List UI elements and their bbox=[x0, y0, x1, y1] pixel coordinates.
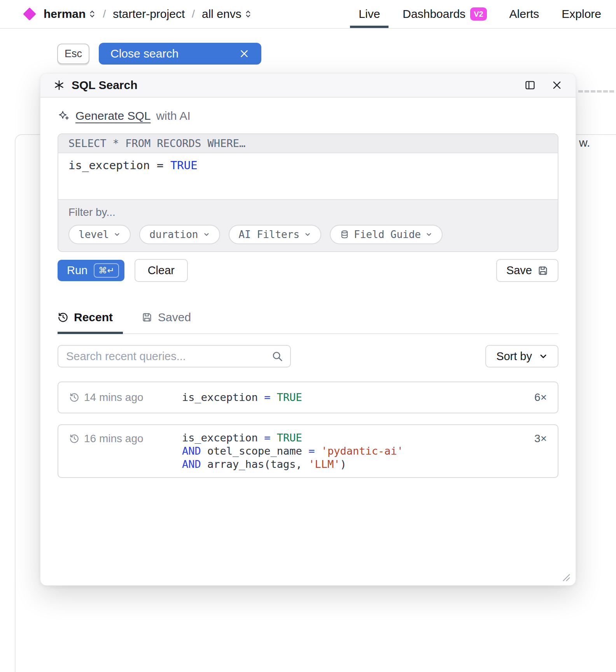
tab-recent[interactable]: Recent bbox=[58, 311, 128, 333]
chip-label: level bbox=[79, 229, 109, 240]
nav-tab-live[interactable]: Live bbox=[359, 0, 380, 28]
query-run-count: 6× bbox=[534, 390, 547, 404]
breadcrumb: herman / starter-project / all envs bbox=[25, 7, 252, 21]
filter-by-label: Filter by... bbox=[68, 206, 548, 219]
generate-sql-suffix: with AI bbox=[156, 109, 190, 122]
sql-search-modal: SQL Search Generate SQL with AI SELECT *… bbox=[40, 73, 576, 586]
nav-tab-label: Alerts bbox=[509, 7, 539, 21]
sql-token: = bbox=[308, 445, 321, 457]
generate-sql-link[interactable]: Generate SQL bbox=[75, 109, 150, 122]
tab-label: Recent bbox=[74, 311, 113, 324]
sql-token: 'LLM' bbox=[308, 458, 340, 470]
sql-token: = bbox=[264, 391, 277, 403]
sql-token: AND bbox=[182, 458, 207, 470]
floppy-saved-icon bbox=[142, 312, 152, 323]
side-panel-icon[interactable] bbox=[524, 80, 536, 91]
run-label: Run bbox=[67, 264, 88, 277]
sql-token: is_exception bbox=[182, 432, 264, 444]
query-code: is_exception = TRUE bbox=[182, 390, 302, 405]
esc-key-hint: Esc bbox=[57, 44, 89, 64]
editor-actions: Run ⌘↵ Clear Save bbox=[58, 259, 558, 282]
nav-tab-label: Dashboards bbox=[402, 7, 466, 21]
filter-chip-ai-filters[interactable]: AI Filters bbox=[229, 225, 322, 244]
chevron-down-icon bbox=[539, 352, 548, 360]
close-icon[interactable] bbox=[239, 48, 250, 59]
run-button[interactable]: Run ⌘↵ bbox=[58, 260, 124, 281]
sql-token: array_has(tags, bbox=[207, 458, 308, 470]
save-button[interactable]: Save bbox=[496, 259, 558, 282]
query-code-line: AND otel_scope_name = 'pydantic-ai' bbox=[182, 444, 403, 458]
query-time-label: 14 mins ago bbox=[84, 391, 144, 404]
env-selector[interactable]: all envs bbox=[202, 7, 252, 21]
sparkle-icon bbox=[58, 110, 70, 122]
tab-saved[interactable]: Saved bbox=[142, 311, 206, 333]
resize-handle[interactable] bbox=[562, 573, 570, 581]
org-selector[interactable]: herman bbox=[44, 7, 96, 21]
sql-token: ) bbox=[340, 458, 346, 470]
filter-section: Filter by... level duration AI Filters bbox=[58, 199, 558, 251]
modal-title: SQL Search bbox=[72, 79, 138, 92]
nav-tab-alerts[interactable]: Alerts bbox=[509, 0, 539, 28]
nav-tab-dashboards[interactable]: Dashboards V2 bbox=[402, 0, 486, 28]
org-name: herman bbox=[44, 7, 86, 21]
sql-token: = bbox=[264, 432, 277, 444]
close-modal-icon[interactable] bbox=[551, 80, 562, 91]
chevron-down-icon bbox=[425, 231, 432, 238]
database-icon bbox=[340, 230, 349, 239]
sql-token: is_exception = bbox=[68, 159, 170, 172]
nav-tab-label: Explore bbox=[562, 7, 601, 21]
sql-editor: SELECT * FROM RECORDS WHERE… is_exceptio… bbox=[58, 133, 558, 252]
query-timestamp: 14 mins ago bbox=[69, 390, 182, 404]
chevron-down-icon bbox=[203, 231, 210, 238]
search-icon bbox=[271, 350, 283, 362]
sort-by-button[interactable]: Sort by bbox=[485, 345, 558, 368]
nav-tab-explore[interactable]: Explore bbox=[562, 0, 601, 28]
recent-query-card[interactable]: 14 mins ago is_exception = TRUE 6× bbox=[58, 382, 558, 413]
sql-token: 'pydantic-ai' bbox=[321, 445, 403, 457]
clock-history-icon bbox=[69, 434, 79, 444]
generate-sql-row: Generate SQL with AI bbox=[58, 109, 558, 122]
asterisk-icon bbox=[54, 80, 65, 91]
sql-editor-input[interactable]: is_exception = TRUE bbox=[58, 153, 558, 199]
chip-label: duration bbox=[149, 229, 198, 240]
filter-chip-level[interactable]: level bbox=[68, 225, 131, 244]
logo-diamond-icon bbox=[23, 7, 36, 21]
chevron-down-icon bbox=[304, 231, 311, 238]
query-time-label: 16 mins ago bbox=[84, 432, 144, 445]
query-code-line: AND array_has(tags, 'LLM') bbox=[182, 458, 403, 471]
breadcrumb-separator: / bbox=[103, 8, 106, 20]
project-name[interactable]: starter-project bbox=[113, 7, 185, 21]
nav-tab-label: Live bbox=[359, 7, 380, 21]
updown-chevron-icon bbox=[89, 9, 96, 19]
close-search-button[interactable]: Close search bbox=[99, 43, 261, 65]
sort-by-label: Sort by bbox=[496, 350, 532, 363]
sql-token: AND bbox=[182, 445, 207, 457]
env-name: all envs bbox=[202, 7, 242, 21]
nav-tabs: Live Dashboards V2 Alerts Explore bbox=[359, 0, 601, 28]
sql-token: TRUE bbox=[277, 391, 302, 403]
save-label: Save bbox=[506, 264, 532, 277]
background-partial-text: w. bbox=[579, 136, 590, 149]
floppy-save-icon bbox=[537, 265, 548, 276]
query-timestamp: 16 mins ago bbox=[69, 431, 182, 445]
modal-header: SQL Search bbox=[40, 74, 576, 98]
breadcrumb-separator: / bbox=[192, 8, 195, 20]
clock-history-icon bbox=[58, 312, 68, 323]
filter-chip-duration[interactable]: duration bbox=[139, 225, 220, 244]
chevron-down-icon bbox=[114, 231, 121, 238]
sql-editor-header: SELECT * FROM RECORDS WHERE… bbox=[58, 134, 558, 153]
search-recent-queries-input[interactable] bbox=[58, 345, 291, 368]
sql-token: otel_scope_name bbox=[207, 445, 308, 457]
sql-token: TRUE bbox=[277, 432, 302, 444]
query-code: is_exception = TRUEAND otel_scope_name =… bbox=[182, 431, 403, 471]
sql-token: is_exception bbox=[182, 391, 264, 403]
updown-chevron-icon bbox=[245, 9, 252, 19]
close-search-label: Close search bbox=[110, 47, 178, 60]
chip-label: AI Filters bbox=[239, 229, 300, 240]
v2-badge: V2 bbox=[470, 7, 486, 21]
filter-chip-field-guide[interactable]: Field Guide bbox=[330, 225, 443, 244]
top-nav: herman / starter-project / all envs Live… bbox=[0, 0, 616, 29]
recent-query-card[interactable]: 16 mins ago is_exception = TRUEAND otel_… bbox=[58, 424, 558, 478]
clear-button[interactable]: Clear bbox=[135, 259, 188, 282]
recent-search-row: Sort by bbox=[58, 345, 558, 368]
